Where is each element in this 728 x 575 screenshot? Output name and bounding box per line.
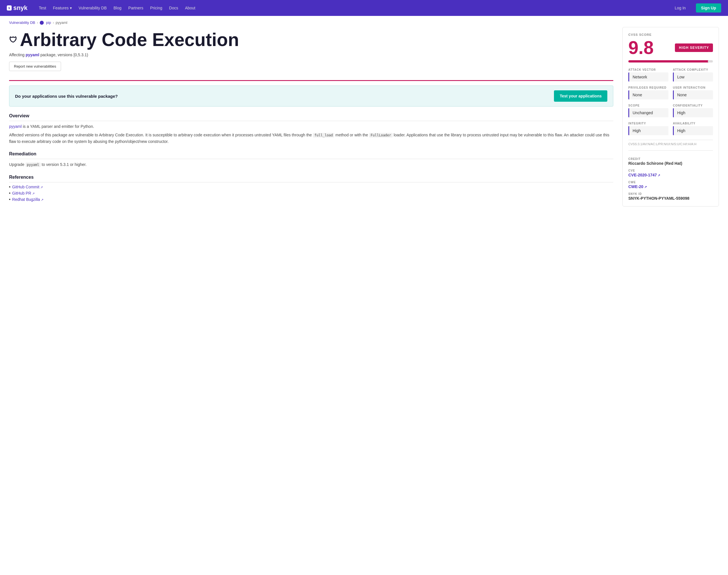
ref-github-pr[interactable]: GitHub PR	[12, 191, 35, 196]
remediation-title: Remediation	[9, 151, 613, 159]
signup-button[interactable]: Sign Up	[696, 3, 721, 12]
nav-docs[interactable]: Docs	[169, 6, 178, 10]
nav-partners[interactable]: Partners	[128, 6, 143, 10]
ref-github-commit[interactable]: GitHub Commit	[12, 185, 43, 189]
nav-about[interactable]: About	[185, 6, 195, 10]
ref-redhat-bugzilla[interactable]: Redhat Bugzilla	[12, 197, 43, 202]
overview-body: Affected versions of this package are vu…	[9, 132, 613, 145]
full-load-code: full_load	[313, 133, 334, 137]
references-title: References	[9, 175, 613, 182]
metrics-grid: ATTACK VECTOR Network ATTACK COMPLEXITY …	[628, 68, 713, 135]
nav-pricing[interactable]: Pricing	[150, 6, 162, 10]
navigation: s snyk Test Features Vulnerability DB Bl…	[0, 0, 728, 16]
nav-vulndb[interactable]: Vulnerability DB	[79, 6, 107, 10]
list-item: GitHub PR	[9, 191, 613, 196]
nav-features[interactable]: Features	[53, 6, 72, 10]
fullloader-code: FullLoader	[369, 133, 392, 137]
nav-test[interactable]: Test	[39, 6, 46, 10]
metric-scope: SCOPE Unchanged	[628, 104, 668, 117]
cvss-label: CVSS SCORE	[628, 33, 713, 36]
cve-label: CVE	[628, 169, 713, 172]
cvss-card: CVSS SCORE 9.8 HIGH SEVERITY ATTACK VECT…	[622, 27, 719, 206]
remediation-text: Upgrade pyyaml to version 5.3.1 or highe…	[9, 161, 613, 168]
snyk-id-value: SNYK-PYTHON-PYYAML-559098	[628, 196, 713, 201]
cvss-bar	[628, 60, 713, 63]
cwe-label: CWE	[628, 181, 713, 184]
remediation-section: Remediation Upgrade pyyaml to version 5.…	[9, 151, 613, 168]
overview-title: Overview	[9, 113, 613, 121]
snyk-id-label: SNYK ID	[628, 192, 713, 196]
metric-privileges-required: PRIVILEGES REQUIRED None	[628, 86, 668, 99]
logo-text: snyk	[13, 4, 28, 12]
metric-availability: AVAILABILITY High	[673, 122, 713, 135]
overview-intro-text: is a YAML parser and emitter for Python.	[22, 124, 94, 129]
breadcrumb: Vulnerability DB › pip › pyyaml	[0, 16, 728, 27]
metric-attack-complexity: ATTACK COMPLEXITY Low	[673, 68, 713, 81]
main-layout: 🛡 Arbitrary Code Execution Affecting pyy…	[0, 27, 728, 220]
banner-text: Do your applications use this vulnerable…	[15, 94, 118, 99]
affecting-text: Affecting pyyaml package, versions [0,5.…	[9, 53, 613, 57]
references-list: GitHub Commit GitHub PR Redhat Bugzilla	[9, 185, 613, 202]
logo[interactable]: s snyk	[7, 4, 28, 12]
pyyaml-code: pyyaml	[26, 163, 41, 167]
report-button[interactable]: Report new vulnerabilities	[9, 62, 61, 71]
login-link[interactable]: Log In	[675, 6, 686, 10]
credit-value: Riccardo Schirone (Red Hat)	[628, 161, 713, 166]
overview-intro: pyyaml is a YAML parser and emitter for …	[9, 123, 613, 130]
vulnerable-banner: Do your applications use this vulnerable…	[9, 86, 613, 106]
credit-label: CREDIT	[628, 158, 713, 161]
severity-badge: HIGH SEVERITY	[675, 43, 713, 52]
nav-blog[interactable]: Blog	[114, 6, 121, 10]
title-section: 🛡 Arbitrary Code Execution Affecting pyy…	[9, 27, 613, 75]
list-item: Redhat Bugzilla	[9, 197, 613, 202]
vuln-title: 🛡 Arbitrary Code Execution	[9, 29, 613, 50]
breadcrumb-package: pyyaml	[56, 21, 67, 25]
cve-link[interactable]: CVE-2020-1747	[628, 173, 660, 177]
overview-package-link[interactable]: pyyaml	[9, 124, 22, 129]
metric-confidentiality: CONFIDENTIALITY High	[673, 104, 713, 117]
cvss-bar-dot	[708, 60, 711, 63]
package-link[interactable]: pyyaml	[26, 53, 39, 57]
references-section: References GitHub Commit GitHub PR Redha…	[9, 175, 613, 202]
meta-section: CREDIT Riccardo Schirone (Red Hat) CVE C…	[628, 150, 713, 201]
metric-user-interaction: USER INTERACTION None	[673, 86, 713, 99]
pip-icon	[40, 21, 44, 25]
cvss-bar-fill	[628, 60, 711, 63]
metric-integrity: INTEGRITY High	[628, 122, 668, 135]
cvss-score-row: 9.8 HIGH SEVERITY	[628, 39, 713, 57]
test-applications-button[interactable]: Test your applications	[554, 90, 607, 102]
shield-icon: 🛡	[9, 35, 17, 44]
overview-section: Overview pyyaml is a YAML parser and emi…	[9, 113, 613, 145]
right-column: CVSS SCORE 9.8 HIGH SEVERITY ATTACK VECT…	[622, 27, 719, 208]
logo-icon: s	[7, 5, 12, 10]
cvss-score: 9.8	[628, 39, 654, 57]
breadcrumb-pip[interactable]: pip	[46, 21, 51, 25]
breadcrumb-vulndb[interactable]: Vulnerability DB	[9, 21, 35, 25]
cvss-string: CVSS:3.1/AV:N/AC:L/PR:N/UI:N/S:U/C:H/I:H…	[628, 140, 713, 146]
cwe-link[interactable]: CWE-20	[628, 184, 647, 189]
metric-attack-vector: ATTACK VECTOR Network	[628, 68, 668, 81]
section-divider	[9, 80, 613, 81]
page-title: Arbitrary Code Execution	[20, 29, 239, 50]
list-item: GitHub Commit	[9, 185, 613, 189]
left-column: 🛡 Arbitrary Code Execution Affecting pyy…	[9, 27, 613, 208]
